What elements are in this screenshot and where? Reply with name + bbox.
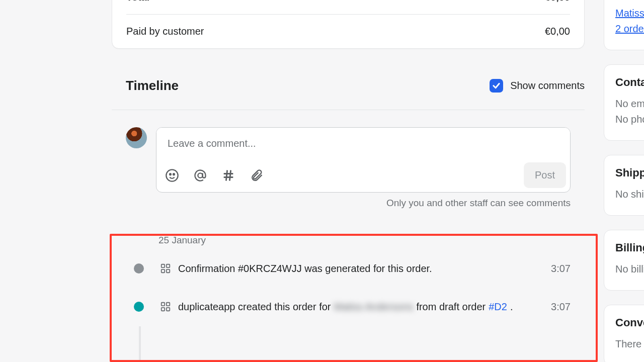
total-label: Total [126, 0, 149, 3]
timeline-event-text: duplicateapp created this order for Mati… [178, 301, 551, 313]
svg-point-0 [166, 169, 178, 181]
payment-summary-card: Total €0,00 Paid by customer €0,00 [112, 0, 585, 49]
shipping-value: No shipping [615, 187, 644, 202]
paid-by-customer-value: €0,00 [545, 26, 570, 37]
svg-rect-12 [162, 303, 165, 306]
timeline-event-time: 3:07 [551, 263, 571, 275]
svg-rect-8 [162, 264, 165, 267]
comment-composer: Post [156, 127, 571, 193]
customer-orders-link[interactable]: 2 orders [615, 21, 644, 37]
timeline-connector-line [139, 326, 141, 362]
app-block-icon [160, 263, 171, 274]
svg-point-2 [173, 173, 175, 175]
shipping-card: Shipping address No shipping [604, 155, 644, 216]
timeline-dot-teal-icon [134, 302, 144, 312]
billing-value: No billing [615, 261, 644, 277]
app-block-icon [160, 301, 171, 312]
total-value: €0,00 [545, 0, 570, 3]
svg-rect-11 [167, 269, 170, 273]
conversion-card-title: Conversion [615, 316, 644, 329]
conversion-card: Conversion There [604, 305, 644, 362]
svg-rect-14 [162, 308, 165, 311]
show-comments-toggle[interactable]: Show comments [490, 79, 585, 93]
event-mid: from draft order [416, 301, 486, 313]
svg-rect-15 [167, 308, 170, 311]
contact-card: Contact information No email No phone [604, 64, 644, 141]
show-comments-label: Show comments [510, 80, 585, 92]
svg-line-6 [226, 170, 227, 180]
customer-name-link[interactable]: Matiss [615, 6, 644, 21]
avatar [126, 127, 147, 148]
event-suffix: . [510, 301, 513, 313]
post-button[interactable]: Post [524, 162, 566, 188]
redacted-name: Matiss Andersons [334, 301, 414, 313]
timeline-event-time: 3:07 [551, 301, 571, 313]
timeline-dot-grey-icon [134, 263, 144, 274]
contact-email: No email [615, 96, 644, 112]
comment-input[interactable] [156, 128, 570, 159]
hashtag-icon[interactable] [221, 168, 236, 183]
emoji-icon[interactable] [165, 168, 180, 183]
mention-icon[interactable] [193, 168, 208, 183]
svg-rect-13 [167, 303, 170, 306]
svg-point-1 [170, 173, 171, 175]
timeline-event[interactable]: duplicateapp created this order for Mati… [112, 299, 571, 314]
timeline-header: Timeline Show comments [112, 78, 585, 110]
timeline-date-header: 25 January [158, 235, 585, 246]
paid-by-customer-label: Paid by customer [126, 26, 204, 37]
paid-row: Paid by customer €0,00 [126, 14, 570, 48]
timeline-event-text: Confirmation #0KRCZ4WJJ was generated fo… [178, 263, 551, 275]
timeline-event[interactable]: Confirmation #0KRCZ4WJJ was generated fo… [112, 261, 571, 276]
svg-point-3 [198, 173, 202, 177]
billing-card-title: Billing address [615, 241, 644, 254]
svg-line-7 [229, 170, 230, 180]
contact-card-title: Contact information [615, 76, 644, 89]
svg-rect-10 [162, 269, 165, 273]
total-row: Total €0,00 [126, 0, 570, 14]
attachment-icon[interactable] [249, 168, 264, 183]
contact-phone: No phone [615, 112, 644, 127]
customer-card: Customer Matiss 2 orders [604, 0, 644, 50]
checkbox-checked-icon [490, 79, 503, 93]
conversion-value: There [615, 336, 644, 352]
timeline-title: Timeline [112, 78, 179, 94]
draft-order-link[interactable]: #D2 [489, 301, 507, 313]
shipping-card-title: Shipping address [615, 166, 644, 179]
event-prefix: duplicateapp created this order for [178, 301, 331, 313]
billing-card: Billing address No billing [604, 230, 644, 291]
comment-visibility-note: Only you and other staff can see comment… [112, 198, 585, 209]
svg-rect-9 [167, 264, 170, 267]
